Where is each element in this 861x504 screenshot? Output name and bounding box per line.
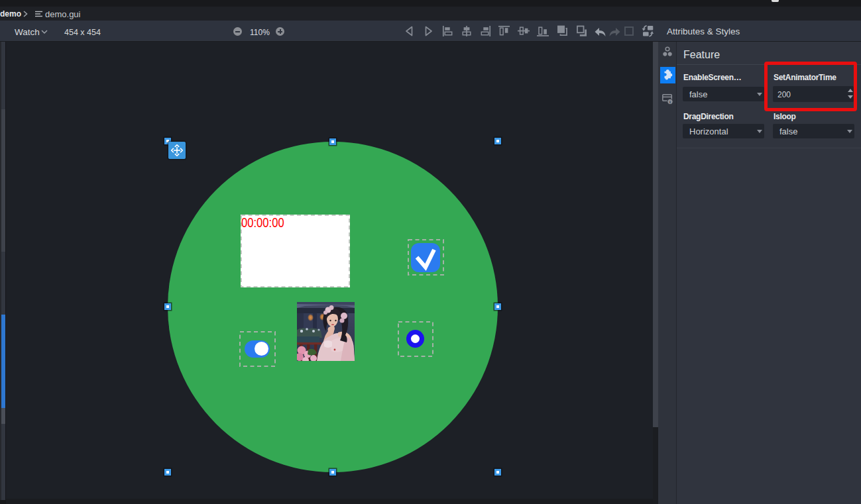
svg-text:i: i [669, 99, 671, 104]
